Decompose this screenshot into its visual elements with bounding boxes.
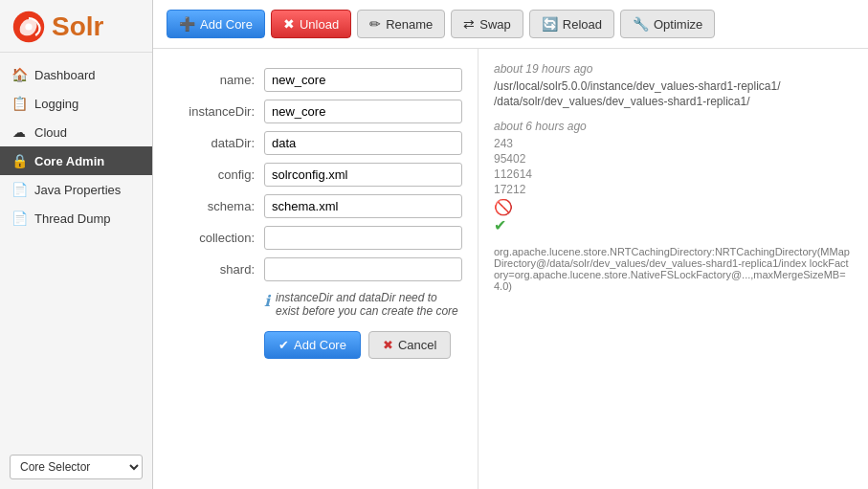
core-admin-icon: 🔒 bbox=[11, 153, 27, 168]
solr-logo-icon bbox=[11, 10, 46, 44]
sidebar-item-label: Logging bbox=[34, 97, 78, 111]
logging-icon: 📋 bbox=[11, 96, 27, 111]
info-path-2: /data/solr/dev_values/dev_values-shard1-… bbox=[494, 95, 853, 108]
collection-label: collection: bbox=[168, 231, 264, 245]
core-selector-container[interactable]: Core Selector bbox=[10, 455, 143, 479]
info-icon: ℹ bbox=[264, 292, 270, 310]
info-stat-4: 17212 bbox=[494, 183, 853, 196]
collection-input[interactable] bbox=[264, 226, 462, 250]
swap-button[interactable]: ⇄ Swap bbox=[451, 10, 523, 38]
name-label: name: bbox=[168, 73, 264, 87]
status-no-icon: 🚫 bbox=[494, 198, 853, 216]
info-stat-2: 95402 bbox=[494, 152, 853, 166]
reload-button[interactable]: 🔄 Reload bbox=[529, 10, 614, 38]
form-row-name: name: bbox=[168, 68, 462, 92]
rename-icon: ✏ bbox=[369, 16, 381, 32]
cloud-icon: ☁ bbox=[11, 124, 27, 140]
info-panel: about 19 hours ago /usr/local/solr5.0.0/… bbox=[479, 49, 868, 489]
info-class-text: org.apache.lucene.store.NRTCachingDirect… bbox=[494, 246, 853, 292]
info-note: ℹ instanceDir and dataDir need to exist … bbox=[264, 291, 462, 318]
form-row-config: config: bbox=[168, 163, 462, 187]
main-content: ➕ Add Core ✖ Unload ✏ Rename ⇄ Swap 🔄 Re… bbox=[153, 0, 868, 489]
swap-icon: ⇄ bbox=[463, 16, 475, 32]
info-stat-1: 243 bbox=[494, 137, 853, 150]
datadir-input[interactable] bbox=[264, 131, 462, 155]
config-label: config: bbox=[168, 167, 264, 182]
sidebar-item-label: Thread Dump bbox=[34, 211, 110, 226]
sidebar-item-label: Core Admin bbox=[34, 154, 104, 168]
java-properties-icon: 📄 bbox=[11, 182, 27, 197]
cancel-btn-label: Cancel bbox=[398, 338, 436, 352]
form-row-datadir: dataDir: bbox=[168, 131, 462, 155]
checkmark-icon: ✔ bbox=[278, 338, 289, 352]
form-panel: name: instanceDir: dataDir: config: sche… bbox=[153, 49, 479, 489]
sidebar: Solr 🏠 Dashboard 📋 Logging ☁ Cloud 🔒 Cor… bbox=[0, 0, 153, 489]
logo-text: Solr bbox=[52, 11, 103, 42]
rename-button[interactable]: ✏ Rename bbox=[357, 10, 445, 38]
add-icon: ➕ bbox=[179, 16, 195, 32]
core-selector[interactable]: Core Selector bbox=[10, 455, 143, 479]
form-row-shard: shard: bbox=[168, 257, 462, 281]
sidebar-item-java-properties[interactable]: 📄 Java Properties bbox=[0, 175, 152, 204]
form-cancel-button[interactable]: ✖ Cancel bbox=[368, 331, 451, 359]
sidebar-item-logging[interactable]: 📋 Logging bbox=[0, 89, 152, 118]
schema-input[interactable] bbox=[264, 194, 462, 218]
swap-label: Swap bbox=[479, 17, 511, 32]
name-input[interactable] bbox=[264, 68, 462, 92]
schema-label: schema: bbox=[168, 199, 264, 213]
info-note-text: instanceDir and dataDir need to exist be… bbox=[276, 291, 462, 318]
rename-label: Rename bbox=[386, 17, 433, 32]
sidebar-nav: 🏠 Dashboard 📋 Logging ☁ Cloud 🔒 Core Adm… bbox=[0, 53, 152, 447]
instancedir-label: instanceDir: bbox=[168, 104, 264, 119]
info-section-2: about 6 hours ago 243 95402 112614 17212… bbox=[494, 120, 853, 234]
reload-icon: 🔄 bbox=[542, 16, 558, 32]
thread-dump-icon: 📄 bbox=[11, 211, 27, 226]
unload-label: Unload bbox=[300, 17, 339, 32]
add-core-btn-label: Add Core bbox=[294, 338, 346, 352]
cancel-icon: ✖ bbox=[383, 338, 393, 352]
sidebar-item-cloud[interactable]: ☁ Cloud bbox=[0, 118, 152, 146]
info-stat-3: 112614 bbox=[494, 167, 853, 181]
sidebar-item-thread-dump[interactable]: 📄 Thread Dump bbox=[0, 204, 152, 233]
reload-label: Reload bbox=[563, 17, 602, 32]
content-area: name: instanceDir: dataDir: config: sche… bbox=[153, 49, 868, 489]
info-time-1: about 19 hours ago bbox=[494, 62, 853, 76]
logo-area: Solr bbox=[0, 0, 152, 53]
add-core-button[interactable]: ➕ Add Core bbox=[167, 10, 265, 38]
form-row-schema: schema: bbox=[168, 194, 462, 218]
info-path-1: /usr/local/solr5.0.0/instance/dev_values… bbox=[494, 79, 853, 93]
optimize-icon: 🔧 bbox=[633, 16, 649, 32]
sidebar-item-label: Dashboard bbox=[34, 68, 96, 82]
svg-point-1 bbox=[25, 23, 32, 30]
shard-label: shard: bbox=[168, 262, 264, 277]
sidebar-item-label: Cloud bbox=[34, 125, 67, 140]
info-time-2: about 6 hours ago bbox=[494, 120, 853, 133]
info-section-1: about 19 hours ago /usr/local/solr5.0.0/… bbox=[494, 62, 853, 108]
unload-icon: ✖ bbox=[283, 16, 295, 32]
add-core-label: Add Core bbox=[200, 17, 253, 32]
status-yes-icon: ✔ bbox=[494, 216, 853, 234]
shard-input[interactable] bbox=[264, 257, 462, 281]
form-row-instancedir: instanceDir: bbox=[168, 100, 462, 123]
logo: Solr bbox=[11, 10, 141, 44]
unload-button[interactable]: ✖ Unload bbox=[271, 10, 351, 38]
sidebar-item-core-admin[interactable]: 🔒 Core Admin bbox=[0, 146, 152, 175]
instancedir-input[interactable] bbox=[264, 100, 462, 123]
toolbar: ➕ Add Core ✖ Unload ✏ Rename ⇄ Swap 🔄 Re… bbox=[153, 0, 868, 49]
sidebar-item-dashboard[interactable]: 🏠 Dashboard bbox=[0, 60, 152, 89]
datadir-label: dataDir: bbox=[168, 136, 264, 150]
config-input[interactable] bbox=[264, 163, 462, 187]
form-actions: ✔ Add Core ✖ Cancel bbox=[264, 331, 462, 359]
form-add-core-button[interactable]: ✔ Add Core bbox=[264, 331, 361, 359]
sidebar-item-label: Java Properties bbox=[34, 183, 121, 197]
dashboard-icon: 🏠 bbox=[11, 67, 27, 82]
optimize-button[interactable]: 🔧 Optimize bbox=[620, 10, 715, 38]
form-row-collection: collection: bbox=[168, 226, 462, 250]
optimize-label: Optimize bbox=[654, 17, 702, 32]
